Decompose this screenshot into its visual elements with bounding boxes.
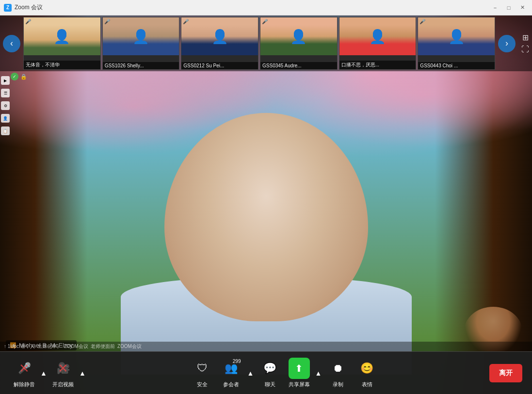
view-controls: ⊞ ⛶ bbox=[518, 16, 532, 71]
grid-view-button[interactable]: ⊞ bbox=[522, 33, 529, 42]
share-button[interactable]: ⬆ 共享屏幕 bbox=[285, 358, 314, 388]
participant-count: 299 bbox=[233, 359, 241, 364]
participants-label: 参会者 bbox=[223, 381, 239, 388]
zoom-meeting-container: ✓ 🔒 ▶ ☰ ⚙ 👤 📋 ‹ 👤 🎤 无体音，不清华 👤 🎤 GSS1026 … bbox=[0, 16, 532, 394]
participants-icon: 👥 299 bbox=[221, 358, 242, 379]
record-group: ⏺ 录制 bbox=[323, 358, 353, 388]
sidebar-btn-1[interactable]: ▶ bbox=[1, 76, 10, 85]
leave-button[interactable]: 离开 bbox=[489, 364, 522, 382]
mute-group: 🎤 ✕ 解除静音 ▲ bbox=[10, 358, 48, 388]
right-arrow-icon: › bbox=[498, 35, 516, 52]
meeting-toolbar: 🎤 ✕ 解除静音 ▲ 🎥 ✕ 开启视频 ▲ bbox=[0, 351, 532, 394]
security-indicator: ✓ 🔒 bbox=[11, 73, 27, 80]
window-title: Zoom 会议 bbox=[15, 3, 489, 12]
video-caret[interactable]: ▲ bbox=[78, 362, 87, 384]
minimize-button[interactable]: − bbox=[489, 3, 501, 13]
participant-face-2: 👤 bbox=[103, 17, 179, 55]
participant-face-5: 👤 bbox=[339, 17, 416, 55]
share-group: ⬆ 共享屏幕 ▲ bbox=[285, 358, 323, 388]
app-icon: Z bbox=[4, 4, 12, 12]
participant-thumbnails: ‹ 👤 🎤 无体音，不清华 👤 🎤 GSS1026 Shelly... 👤 🎤 … bbox=[0, 16, 532, 71]
react-button[interactable]: 😊 表情 bbox=[353, 358, 382, 388]
record-label: 录制 bbox=[333, 381, 343, 388]
participant-face-4: 👤 bbox=[260, 17, 337, 55]
mute-icon: 🎤 ✕ bbox=[14, 358, 35, 379]
thumbnail-2[interactable]: 👤 🎤 GSS1026 Shelly... bbox=[102, 17, 180, 70]
security-icon: 🛡 bbox=[192, 358, 213, 379]
thumbnail-6[interactable]: 👤 🎤 GSS0443 Choi ... bbox=[418, 17, 495, 70]
fullscreen-button[interactable]: ⛶ bbox=[521, 45, 529, 54]
participants-button[interactable]: 👥 299 参会者 bbox=[217, 358, 246, 388]
chat-button[interactable]: 💬 聊天 bbox=[256, 358, 285, 388]
sidebar-btn-3[interactable]: ⚙ bbox=[1, 101, 10, 110]
window-controls: − □ ✕ bbox=[489, 3, 528, 13]
lock-icon: 🔒 bbox=[20, 74, 27, 80]
video-group: 🎥 ✕ 开启视频 ▲ bbox=[48, 358, 87, 388]
participants-caret[interactable]: ▲ bbox=[246, 362, 256, 384]
sidebar-btn-4[interactable]: 👤 bbox=[1, 114, 10, 123]
video-icon: 🎥 ✕ bbox=[52, 358, 74, 379]
thumbnail-4[interactable]: 👤 🎤 GSS0345 Audre... bbox=[260, 17, 338, 70]
sidebar-btn-2[interactable]: ☰ bbox=[1, 89, 10, 97]
share-icon: ⬆ bbox=[289, 358, 310, 379]
mute-button[interactable]: 🎤 ✕ 解除静音 bbox=[10, 358, 39, 388]
thumbnail-3[interactable]: 👤 🎤 GSS0212 Su Pei... bbox=[181, 17, 258, 70]
chat-icon: 💬 bbox=[259, 358, 281, 379]
mute-caret[interactable]: ▲ bbox=[39, 362, 48, 384]
left-arrow-icon: ‹ bbox=[3, 35, 20, 52]
participant-face-3: 👤 bbox=[181, 17, 258, 55]
title-bar: Z Zoom 会议 − □ ✕ bbox=[0, 0, 532, 16]
participant-name-6: GSS0443 Choi ... bbox=[418, 62, 495, 69]
left-sidebar: ▶ ☰ ⚙ 👤 📋 bbox=[0, 71, 11, 350]
thumbnails-list: 👤 🎤 无体音，不清华 👤 🎤 GSS1026 Shelly... 👤 🎤 GS… bbox=[23, 16, 495, 71]
participant-name-1: 无体音，不清华 bbox=[24, 61, 100, 69]
chat-label: 聊天 bbox=[265, 381, 275, 388]
participant-face-6: 👤 bbox=[418, 17, 495, 55]
mic-muted-icon-6: 🎤 bbox=[419, 19, 425, 24]
participant-name-3: GSS0212 Su Pei... bbox=[181, 62, 258, 69]
thumbnail-1[interactable]: 👤 🎤 无体音，不清华 bbox=[23, 17, 101, 70]
mic-muted-icon-3: 🎤 bbox=[183, 19, 189, 24]
record-icon: ⏺ bbox=[327, 358, 349, 379]
security-status-dot: ✓ bbox=[11, 73, 18, 80]
maximize-button[interactable]: □ bbox=[503, 3, 515, 13]
close-button[interactable]: ✕ bbox=[516, 3, 528, 13]
thumbnail-5[interactable]: 👤 口播不思，厌恶... bbox=[339, 17, 417, 70]
react-icon: 😊 bbox=[356, 358, 378, 379]
mute-label: 解除静音 bbox=[14, 381, 35, 388]
video-button[interactable]: 🎥 ✕ 开启视频 bbox=[48, 358, 78, 388]
share-caret[interactable]: ▲ bbox=[314, 362, 323, 384]
security-label: 安全 bbox=[197, 381, 208, 388]
bottom-info-bar: ↑ 1Upc!请个人 出席化率） ZOOM会议 老师便面前 ZOOM会议 bbox=[0, 342, 532, 351]
mic-muted-icon-4: 🎤 bbox=[262, 19, 268, 24]
sidebar-btn-5[interactable]: 📋 bbox=[1, 126, 10, 135]
scroll-left-button[interactable]: ‹ bbox=[0, 16, 23, 71]
participant-name-2: GSS1026 Shelly... bbox=[103, 62, 179, 69]
share-screen-icon-bg: ⬆ bbox=[289, 358, 310, 379]
video-label: 开启视频 bbox=[52, 381, 74, 388]
bottom-info-text: ↑ 1Upc!请个人 出席化率） ZOOM会议 老师便面前 ZOOM会议 bbox=[4, 343, 142, 350]
participants-group: 👥 299 参会者 ▲ bbox=[217, 358, 256, 388]
record-button[interactable]: ⏺ 录制 bbox=[323, 358, 353, 388]
mic-muted-icon-2: 🎤 bbox=[104, 19, 110, 24]
participant-name-4: GSS0345 Audre... bbox=[260, 62, 337, 69]
participant-name-5: 口播不思，厌恶... bbox=[339, 61, 416, 69]
main-video-area bbox=[0, 16, 532, 394]
participant-face-1: 👤 bbox=[24, 17, 100, 55]
react-label: 表情 bbox=[362, 381, 372, 388]
scroll-right-button[interactable]: › bbox=[495, 16, 518, 71]
mic-muted-icon-1: 🎤 bbox=[25, 19, 31, 24]
security-button[interactable]: 🛡 安全 bbox=[188, 358, 217, 388]
share-label: 共享屏幕 bbox=[289, 381, 310, 388]
